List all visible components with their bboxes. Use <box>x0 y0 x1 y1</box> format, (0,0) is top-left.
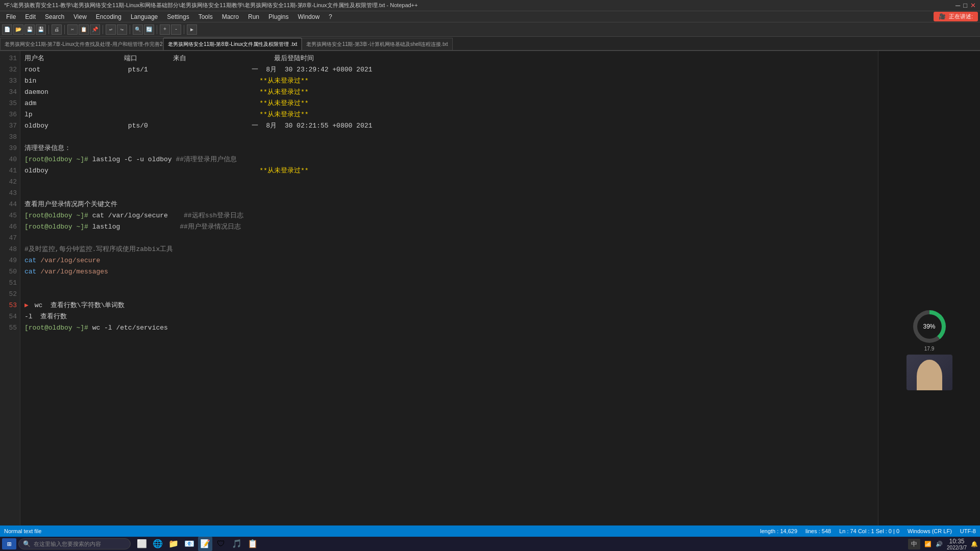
new-button[interactable]: 📄 <box>2 24 12 35</box>
replace-button[interactable]: 🔄 <box>144 24 154 35</box>
line-content: [root@oldboy ~]# lastlog -C -u oldboy ##… <box>24 154 237 165</box>
save-button[interactable]: 💾 <box>24 24 35 35</box>
line-content: root pts/1 一 8月 30 23:29:42 +0800 2021 <box>24 64 372 76</box>
editor-content[interactable]: 用户名 端口 来自 最后登陆时间root pts/1 一 8月 30 23:29… <box>20 51 878 525</box>
line-content: 清理登录信息： <box>24 143 71 154</box>
line-numbers: 3132333435363738394041424344454647484950… <box>0 51 20 525</box>
line-number: 37 <box>0 120 17 132</box>
menu-settings[interactable]: Settings <box>163 12 193 21</box>
menu-tools[interactable]: Tools <box>194 12 217 21</box>
media-button[interactable]: 🎵 <box>230 537 244 551</box>
line-content: daemon **从未登录过** <box>24 87 309 98</box>
menu-macro[interactable]: Macro <box>218 12 243 21</box>
line-content: bin **从未登录过** <box>24 76 309 87</box>
tab-2[interactable]: 老男孩网络安全11期-第8章-Linux文件属性及权限管理 .txt <box>163 38 302 50</box>
code-line: 清理登录信息： <box>24 143 878 154</box>
taskview-button[interactable]: ⬜ <box>135 537 149 551</box>
code-line: oldboy **从未登录过** <box>24 165 878 177</box>
line-number: 40 <box>0 154 17 165</box>
line-content: adm **从未登录过** <box>24 98 309 109</box>
menu-encoding[interactable]: Encoding <box>92 12 126 21</box>
maximize-button[interactable]: □ <box>963 2 967 9</box>
progress-percent: 39% <box>917 314 942 339</box>
line-number: 47 <box>0 233 17 244</box>
run-button[interactable]: ▶ <box>187 24 197 35</box>
notifications-icon[interactable]: 🔔 <box>971 541 978 547</box>
code-line <box>24 233 878 244</box>
line-content: wc 查看行数\字符数\单词数 <box>35 300 125 311</box>
paste-button[interactable]: 📌 <box>90 24 100 35</box>
tab-3[interactable]: 老男孩网络安全11期-第3章-计算机网络基础及shell连程连接.txt <box>302 38 452 50</box>
search-placeholder: 在这里输入您要搜索的内容 <box>34 540 101 548</box>
tab-1[interactable]: 老男孩网安全11期-第7章-Linux文件查找及处理-用户和组管理-作完善2.t… <box>0 38 163 50</box>
separator-6 <box>184 25 184 34</box>
line-number: 45 <box>0 210 17 221</box>
zoom-in-button[interactable]: + <box>160 24 170 35</box>
window-controls: ─ □ ✕ <box>955 2 976 9</box>
explorer-button[interactable]: 📁 <box>166 537 181 551</box>
menu-search[interactable]: Search <box>41 12 68 21</box>
copy-button[interactable]: 📋 <box>79 24 89 35</box>
line-content: lp **从未登录过** <box>24 109 309 120</box>
start-button[interactable]: ⊞ <box>2 538 16 549</box>
redo-button[interactable]: ↪ <box>117 24 127 35</box>
line-number: 42 <box>0 177 17 188</box>
code-line <box>24 188 878 199</box>
title-bar: *F:\老男孩教育安全11-教学\老男孩网络安全11期-Linux和网络基础部分… <box>0 0 980 11</box>
zoom-out-button[interactable]: - <box>171 24 181 35</box>
menu-plugins[interactable]: Plugins <box>264 12 292 21</box>
mail-button[interactable]: 📧 <box>182 537 197 551</box>
code-line: oldboy pts/0 一 8月 30 02:21:55 +0800 2021 <box>24 120 878 132</box>
save-all-button[interactable]: 💾 <box>36 24 46 35</box>
input-method[interactable]: 中 <box>908 539 920 549</box>
app7[interactable]: 📋 <box>246 537 260 551</box>
menu-edit[interactable]: Edit <box>21 12 40 21</box>
separator-5 <box>157 25 157 34</box>
notepad-button[interactable]: 📝 <box>198 537 212 551</box>
taskbar-search[interactable]: 🔍 在这里输入您要搜索的内容 <box>18 538 131 549</box>
menu-run[interactable]: Run <box>244 12 263 21</box>
find-button[interactable]: 🔍 <box>133 24 143 35</box>
line-number: 36 <box>0 109 17 120</box>
line-number: 54 <box>0 311 17 322</box>
volume-icon: 🔊 <box>936 541 943 547</box>
encoding-info: UTF-8 <box>960 528 976 534</box>
menu-bar: File Edit Search View Encoding Language … <box>0 11 980 22</box>
line-number: 48 <box>0 244 17 255</box>
menu-file[interactable]: File <box>2 12 20 21</box>
cursor-info: Ln : 74 Col : 1 Sel : 0 | 0 <box>839 528 899 534</box>
line-content: #及时监控,每分钟监控.写程序或使用zabbix工具 <box>24 244 173 255</box>
code-line: daemon **从未登录过** <box>24 87 878 98</box>
print-button[interactable]: 🖨 <box>52 24 62 35</box>
meeting-speed: 17.9 <box>924 346 934 352</box>
security-button[interactable]: 🛡 <box>214 537 228 551</box>
line-content: [root@oldboy ~]# lastlog ##用户登录情况日志 <box>24 221 241 233</box>
undo-button[interactable]: ↩ <box>106 24 116 35</box>
search-icon: 🔍 <box>23 540 31 547</box>
taskbar-right: 中 📶 🔊 10:35 2022/3/7 🔔 <box>908 538 978 550</box>
toolbar: 📄 📂 💾 💾 🖨 ✂ 📋 📌 ↩ ↪ 🔍 🔄 + - ▶ <box>0 22 980 37</box>
code-line: adm **从未登录过** <box>24 98 878 109</box>
menu-language[interactable]: Language <box>127 12 162 21</box>
open-button[interactable]: 📂 <box>13 24 23 35</box>
code-line: root pts/1 一 8月 30 23:29:42 +0800 2021 <box>24 64 878 76</box>
edge-button[interactable]: 🌐 <box>151 537 165 551</box>
menu-help[interactable]: ? <box>325 12 336 21</box>
code-line: -l 查看行数 <box>24 311 878 322</box>
line-number: 55 <box>0 322 17 334</box>
menu-window[interactable]: Window <box>293 12 324 21</box>
code-line: 用户名 端口 来自 最后登陆时间 <box>24 53 878 64</box>
line-number: 39 <box>0 143 17 154</box>
close-button[interactable]: ✕ <box>970 2 976 9</box>
cut-button[interactable]: ✂ <box>67 24 78 35</box>
code-line: [root@oldboy ~]# lastlog -C -u oldboy ##… <box>24 154 878 165</box>
code-line: [root@oldboy ~]# lastlog ##用户登录情况日志 <box>24 221 878 233</box>
menu-view[interactable]: View <box>69 12 91 21</box>
separator-2 <box>64 25 65 34</box>
line-content: oldboy **从未登录过** <box>24 165 309 177</box>
minimize-button[interactable]: ─ <box>955 2 960 9</box>
line-content: oldboy pts/0 一 8月 30 02:21:55 +0800 2021 <box>24 120 372 132</box>
line-content: [root@oldboy ~]# wc -l /etc/services <box>24 322 168 334</box>
line-number: 35 <box>0 98 17 109</box>
progress-circle: 39% <box>913 310 946 343</box>
